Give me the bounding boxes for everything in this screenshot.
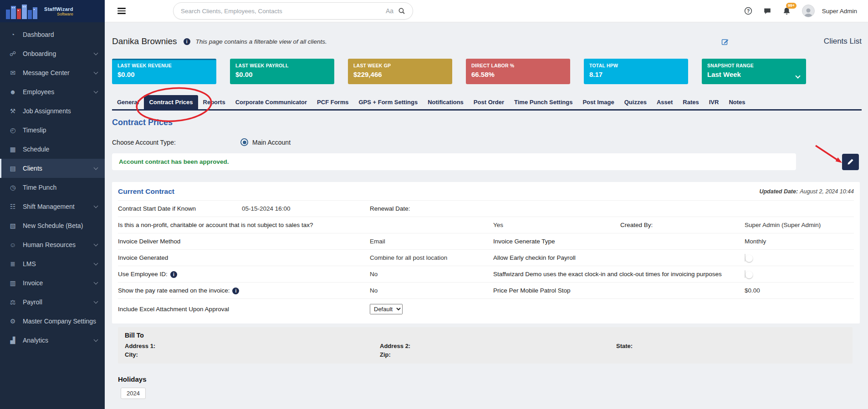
employees-icon: ☻ bbox=[8, 88, 17, 96]
tab-post-image[interactable]: Post Image bbox=[577, 95, 619, 109]
search-icon[interactable] bbox=[398, 7, 405, 15]
sidebar-item-label: Employees bbox=[23, 88, 54, 96]
edit-contract-button[interactable] bbox=[842, 154, 859, 170]
early-checkin-toggle[interactable] bbox=[745, 254, 745, 262]
excel-attachment-select[interactable]: Default bbox=[370, 304, 403, 314]
kpi-last-week-revenue[interactable]: LAST WEEK REVENUE $0.00 bbox=[112, 59, 216, 84]
excel-attachment-label: Include Excel Attachment Upon Approval bbox=[118, 306, 370, 313]
kpi-label: LAST WEEK GP bbox=[353, 63, 447, 68]
contract-row: Show the pay rate earned on the invoice:… bbox=[118, 282, 854, 298]
sidebar-item-label: Dashboard bbox=[23, 31, 54, 38]
tab-pcf-forms[interactable]: PCF Forms bbox=[312, 95, 353, 109]
menu-toggle-icon[interactable] bbox=[117, 8, 126, 14]
holiday-year-tab[interactable]: 2024 bbox=[121, 388, 146, 399]
main-account-radio[interactable] bbox=[240, 138, 248, 146]
sidebar-item-dashboard[interactable]: ◔ Dashboard bbox=[0, 25, 105, 44]
sidebar-item-time-punch[interactable]: ◷ Time Punch bbox=[0, 178, 105, 197]
sidebar-item-human-resources[interactable]: ☺ Human Resources bbox=[0, 235, 105, 254]
logo[interactable]: StaffWizard Software bbox=[0, 0, 105, 22]
chevron-down-icon bbox=[94, 89, 98, 93]
kpi-value: $0.00 bbox=[117, 71, 211, 78]
tab-rates[interactable]: Rates bbox=[678, 95, 704, 109]
exact-clock-times-toggle[interactable] bbox=[745, 270, 745, 278]
sidebar-item-onboarding[interactable]: ☍ Onboarding bbox=[0, 44, 105, 63]
pencil-icon bbox=[847, 158, 854, 165]
avatar[interactable] bbox=[802, 5, 815, 17]
clients-icon: ▤ bbox=[8, 165, 17, 172]
kpi-direct-labor[interactable]: DIRECT LABOR % 66.58% bbox=[466, 59, 570, 84]
tab-post-order[interactable]: Post Order bbox=[469, 95, 509, 109]
sidebar-item-lms[interactable]: ≣ LMS bbox=[0, 254, 105, 273]
tab-quizzes[interactable]: Quizzes bbox=[619, 95, 652, 109]
tab-ivr[interactable]: IVR bbox=[704, 95, 724, 109]
sidebar-item-message-center[interactable]: ✉ Message Center bbox=[0, 63, 105, 82]
clients-list-link[interactable]: Clients List bbox=[824, 37, 862, 46]
chat-button[interactable] bbox=[763, 7, 771, 15]
sidebar-item-label: LMS bbox=[23, 260, 36, 268]
svg-text:?: ? bbox=[747, 9, 750, 14]
approval-message: Account contract has been approved. bbox=[112, 153, 796, 170]
topbar-actions: ? 99+ Super Admin bbox=[744, 5, 857, 17]
sidebar-item-payroll[interactable]: ⚖ Payroll bbox=[0, 293, 105, 312]
sidebar-item-label: Timeslip bbox=[23, 126, 46, 134]
sidebar-item-master-company-settings[interactable]: ⚙ Master Company Settings bbox=[0, 312, 105, 331]
sidebar-item-analytics[interactable]: ▟ Analytics bbox=[0, 331, 105, 350]
kpi-last-week-gp[interactable]: LAST WEEK GP $229,466 bbox=[348, 59, 452, 84]
sidebar-item-label: Analytics bbox=[23, 337, 48, 344]
kpi-total-hpw[interactable]: TOTAL HPW 8.17 bbox=[584, 59, 688, 84]
sidebar-item-job-assignments[interactable]: ⚒ Job Assignments bbox=[0, 101, 105, 121]
info-icon[interactable]: i bbox=[184, 38, 190, 45]
help-icon: ? bbox=[744, 7, 752, 15]
tab-corporate-communicator[interactable]: Corporate Communicator bbox=[230, 95, 312, 109]
info-icon[interactable]: i bbox=[232, 288, 239, 294]
contract-row: Use Employee ID:i No Staffwizard Demo us… bbox=[118, 266, 854, 282]
contract-start-label: Contract Start Date if Known bbox=[118, 205, 242, 212]
help-button[interactable]: ? bbox=[744, 7, 752, 15]
page-title: Contract Prices bbox=[112, 118, 862, 127]
info-icon[interactable]: i bbox=[170, 271, 177, 278]
chevron-down-icon bbox=[94, 50, 98, 55]
edit-page-button[interactable] bbox=[721, 38, 729, 45]
tab-notes[interactable]: Notes bbox=[724, 95, 750, 109]
search-input[interactable] bbox=[181, 8, 381, 15]
approval-row: Account contract has been approved. bbox=[112, 153, 862, 170]
user-name[interactable]: Super Admin bbox=[822, 8, 857, 15]
message-center-icon: ✉ bbox=[8, 69, 17, 76]
sidebar-item-schedule[interactable]: ▦ Schedule bbox=[0, 140, 105, 159]
sidebar-item-shift-management[interactable]: ☷ Shift Management bbox=[0, 197, 105, 216]
sidebar-item-label: Onboarding bbox=[23, 50, 56, 57]
chevron-down-icon bbox=[94, 299, 98, 303]
sidebar-item-timeslip[interactable]: ◴ Timeslip bbox=[0, 121, 105, 140]
non-profit-value: Yes bbox=[493, 222, 620, 228]
tab-general[interactable]: General bbox=[112, 95, 144, 109]
sidebar-item-invoice[interactable]: ▥ Invoice bbox=[0, 273, 105, 293]
price-per-mobile-patrol-value: $0.00 bbox=[745, 287, 854, 294]
tab-gps-form-settings[interactable]: GPS + Form Settings bbox=[353, 95, 423, 109]
tab-asset[interactable]: Asset bbox=[652, 95, 678, 109]
kpi-snapshot-range[interactable]: SNAPSHOT RANGE Last Week bbox=[702, 59, 806, 84]
updated-date-value: August 2, 2024 10:44 bbox=[800, 188, 854, 195]
tab-reports[interactable]: Reports bbox=[198, 95, 230, 109]
notifications-button[interactable]: 99+ bbox=[782, 7, 791, 15]
font-size-toggle[interactable]: Aa bbox=[386, 7, 393, 15]
sidebar-item-new-schedule[interactable]: ▧ New Schedule (Beta) bbox=[0, 216, 105, 235]
kpi-last-week-payroll[interactable]: LAST WEEK PAYROLL $0.00 bbox=[230, 59, 334, 84]
tab-time-punch-settings[interactable]: Time Punch Settings bbox=[509, 95, 577, 109]
pay-rate-on-invoice-text: Show the pay rate earned on the invoice: bbox=[118, 287, 230, 294]
global-search[interactable]: Aa bbox=[173, 2, 413, 20]
use-employee-id-value: No bbox=[370, 271, 493, 278]
sidebar-item-label: Shift Management bbox=[23, 203, 75, 210]
shift-management-icon: ☷ bbox=[8, 203, 17, 210]
use-employee-id-label: Use Employee ID:i bbox=[118, 271, 370, 278]
kpi-value: Last Week bbox=[707, 71, 801, 78]
early-checkin-label: Allow Early checkin for Payroll bbox=[493, 254, 745, 261]
user-silhouette-icon bbox=[803, 7, 814, 17]
sidebar-item-employees[interactable]: ☻ Employees bbox=[0, 82, 105, 101]
kpi-label: LAST WEEK REVENUE bbox=[117, 63, 211, 68]
tab-notifications[interactable]: Notifications bbox=[423, 95, 469, 109]
renewal-date-label: Renewal Date: bbox=[370, 205, 854, 212]
new-schedule-icon: ▧ bbox=[8, 222, 17, 229]
chevron-down-icon bbox=[94, 203, 98, 208]
sidebar-item-clients[interactable]: ▤ Clients bbox=[0, 159, 105, 178]
tab-contract-prices[interactable]: Contract Prices bbox=[144, 95, 198, 109]
